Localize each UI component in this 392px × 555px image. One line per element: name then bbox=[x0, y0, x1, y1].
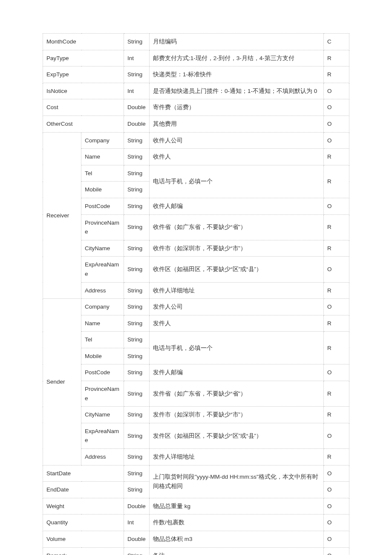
param-name: Name bbox=[81, 315, 124, 332]
param-name: StartDate bbox=[43, 465, 124, 482]
param-type: String bbox=[124, 34, 150, 50]
table-row: ProvinceName String 收件省（如广东省，不要缺少“省”） R bbox=[43, 214, 349, 240]
param-type: String bbox=[124, 547, 150, 555]
param-type: Int bbox=[124, 515, 150, 531]
param-name: Weight bbox=[43, 498, 124, 515]
param-type: String bbox=[124, 465, 150, 482]
param-name: Remark bbox=[43, 547, 124, 555]
param-name: Address bbox=[81, 282, 124, 299]
param-req: R bbox=[324, 407, 349, 423]
param-req: R bbox=[324, 149, 349, 165]
param-name: ProvinceName bbox=[81, 214, 124, 240]
table-row: ExpAreaName String 发件区（如福田区，不要缺少“区”或“县”）… bbox=[43, 423, 349, 448]
param-name: Company bbox=[81, 132, 124, 149]
param-desc: 邮费支付方式:1-现付，2-到付，3-月结，4-第三方支付 bbox=[150, 50, 324, 66]
param-name: Tel bbox=[81, 165, 124, 182]
param-type: String bbox=[124, 214, 150, 240]
table-row: Tel String 电话与手机，必填一个 R bbox=[43, 332, 349, 348]
param-name: MonthCode bbox=[43, 34, 124, 50]
param-type: String bbox=[124, 299, 150, 315]
param-name: ExpType bbox=[43, 66, 124, 83]
param-req: R bbox=[324, 240, 349, 257]
param-req: R bbox=[324, 282, 349, 299]
param-desc: 收件人详细地址 bbox=[150, 282, 324, 299]
param-req: R bbox=[324, 50, 349, 66]
param-req: O bbox=[324, 257, 349, 282]
param-desc: 快递类型：1-标准快件 bbox=[150, 66, 324, 83]
param-type: String bbox=[124, 282, 150, 299]
table-row: Address String 收件人详细地址 R bbox=[43, 282, 349, 299]
table-row: StartDate String 上门取货时间段"yyyy-MM-dd HH:m… bbox=[43, 465, 349, 482]
param-desc: 收件人 bbox=[150, 149, 324, 165]
param-req: C bbox=[324, 34, 349, 50]
param-name: OtherCost bbox=[43, 116, 124, 132]
table-row: Name String 发件人 R bbox=[43, 315, 349, 332]
param-name: ExpAreaName bbox=[81, 257, 124, 282]
table-row: IsNotice Int 是否通知快递员上门揽件：0-通知；1-不通知；不填则默… bbox=[43, 83, 349, 99]
param-desc: 发件区（如福田区，不要缺少“区”或“县”） bbox=[150, 423, 324, 448]
param-type: String bbox=[124, 407, 150, 423]
param-name: Cost bbox=[43, 99, 124, 116]
param-req: O bbox=[324, 99, 349, 116]
param-desc: 发件省（如广东省，不要缺少“省”） bbox=[150, 381, 324, 407]
param-group-name: Sender bbox=[43, 299, 81, 465]
param-req: O bbox=[324, 423, 349, 448]
param-name: CityName bbox=[81, 407, 124, 423]
param-type: String bbox=[124, 165, 150, 182]
param-type: String bbox=[124, 381, 150, 407]
table-row: PayType Int 邮费支付方式:1-现付，2-到付，3-月结，4-第三方支… bbox=[43, 50, 349, 66]
table-row: Quantity Int 件数/包裹数 O bbox=[43, 515, 349, 531]
table-row: Weight Double 物品总重量 kg O bbox=[43, 498, 349, 515]
table-row: Name String 收件人 R bbox=[43, 149, 349, 165]
table-row: PostCode String 发件人邮编 O bbox=[43, 364, 349, 381]
param-type: String bbox=[124, 364, 150, 381]
table-row: Volume Double 物品总体积 m3 O bbox=[43, 531, 349, 548]
param-type: String bbox=[124, 132, 150, 149]
param-req: O bbox=[324, 83, 349, 99]
param-type: String bbox=[124, 257, 150, 282]
param-name: ExpAreaName bbox=[81, 423, 124, 448]
param-type: String bbox=[124, 348, 150, 364]
param-req: O bbox=[324, 515, 349, 531]
param-desc: 物品总重量 kg bbox=[150, 498, 324, 515]
param-type: String bbox=[124, 423, 150, 448]
param-name: Company bbox=[81, 299, 124, 315]
table-row: Remark String 备注 O bbox=[43, 547, 349, 555]
param-desc: 上门取货时间段"yyyy-MM-dd HH:mm:ss"格式化，本文中所有时间格… bbox=[150, 465, 324, 498]
param-req: O bbox=[324, 531, 349, 548]
param-type: String bbox=[124, 198, 150, 214]
param-desc: 电话与手机，必填一个 bbox=[150, 165, 324, 198]
param-desc: 发件人邮编 bbox=[150, 364, 324, 381]
param-name: Tel bbox=[81, 332, 124, 348]
param-req: O bbox=[324, 498, 349, 515]
parameter-table-page: MonthCode String 月结编码 C PayType Int 邮费支付… bbox=[0, 0, 392, 555]
table-row: MonthCode String 月结编码 C bbox=[43, 34, 349, 50]
param-desc: 物品总体积 m3 bbox=[150, 531, 324, 548]
param-req: O bbox=[324, 132, 349, 149]
parameter-table: MonthCode String 月结编码 C PayType Int 邮费支付… bbox=[43, 33, 349, 555]
table-row: ProvinceName String 发件省（如广东省，不要缺少“省”） R bbox=[43, 381, 349, 407]
param-req: O bbox=[324, 547, 349, 555]
table-row: Tel String 电话与手机，必填一个 R bbox=[43, 165, 349, 182]
param-type: Double bbox=[124, 498, 150, 515]
param-req: R bbox=[324, 381, 349, 407]
param-desc: 收件区（如福田区，不要缺少“区”或“县”） bbox=[150, 257, 324, 282]
param-req: R bbox=[324, 449, 349, 465]
param-name: Quantity bbox=[43, 515, 124, 531]
param-desc: 是否通知快递员上门揽件：0-通知；1-不通知；不填则默认为 0 bbox=[150, 83, 324, 99]
param-req: O bbox=[324, 482, 349, 498]
param-name: PostCode bbox=[81, 364, 124, 381]
param-type: Int bbox=[124, 50, 150, 66]
param-name: Mobile bbox=[81, 348, 124, 364]
param-desc: 发件市（如深圳市，不要缺少“市”） bbox=[150, 407, 324, 423]
param-type: Int bbox=[124, 83, 150, 99]
param-name: CityName bbox=[81, 240, 124, 257]
table-row: CityName String 发件市（如深圳市，不要缺少“市”） R bbox=[43, 407, 349, 423]
param-type: String bbox=[124, 149, 150, 165]
param-name: PostCode bbox=[81, 198, 124, 214]
table-row: OtherCost Double 其他费用 O bbox=[43, 116, 349, 132]
param-req: O bbox=[324, 364, 349, 381]
param-desc: 发件人详细地址 bbox=[150, 449, 324, 465]
param-req: O bbox=[324, 465, 349, 482]
param-name: IsNotice bbox=[43, 83, 124, 99]
